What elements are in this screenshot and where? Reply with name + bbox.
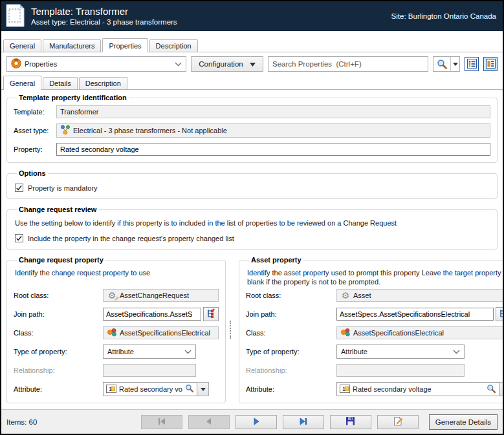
column-splitter[interactable] [230,321,232,339]
property-input[interactable] [56,143,490,156]
cr-class-field[interactable]: AssetSpecificationsElectrical [103,326,219,339]
first-record-button[interactable] [141,415,182,429]
list-view-button[interactable] [465,57,479,71]
class-balls-icon [340,328,351,338]
edit-notes-icon [393,416,403,428]
change-request-property-title: Change request property [17,256,105,264]
cr-type-value: Attribute [107,348,134,355]
cr-attribute-field[interactable]: 1 Rated secondary vol [103,382,197,396]
ap-type-select[interactable]: Attribute [336,345,465,359]
window-title: Template: Transformer [31,5,177,17]
search-dropdown-arrow-icon[interactable] [450,57,459,71]
change-request-review-title: Change request review [17,206,98,213]
asset-type-field[interactable]: Electrical - 3 phase transformers - Not … [56,123,490,138]
ap-join-path-label: Join path: [246,310,336,318]
configuration-button[interactable]: Configuration [191,56,263,72]
subtab-description[interactable]: Description [79,77,127,89]
card-view-button[interactable] [483,57,498,71]
cr-join-path-button[interactable] [203,307,219,321]
ap-attribute-field[interactable]: 1 Rated secondary voltage [336,382,499,396]
template-document-icon [5,4,25,28]
cr-join-path-label: Join path: [14,310,103,318]
change-request-property-description: Identify the change request property to … [15,268,219,289]
footer-bar: Items: 60 [1,409,503,434]
ap-relationship-label: Relationship: [246,366,336,374]
ap-join-path-button[interactable] [496,307,503,321]
property-columns: Change request property Identify the cha… [6,256,498,403]
tab-description[interactable]: Description [149,39,198,52]
configuration-label: Configuration [199,60,243,68]
ap-root-class-label: Root class: [246,292,336,299]
join-path-tree-icon [206,308,215,320]
ap-root-class-field[interactable]: ⚙ Asset [336,289,503,302]
edit-notes-button[interactable] [377,415,419,429]
ap-attribute-dropdown-button[interactable] [499,382,503,396]
previous-record-icon [204,417,214,427]
template-value: Transformer [60,108,99,116]
save-button[interactable] [330,415,371,429]
mandatory-checkbox[interactable] [15,184,23,192]
include-property-checkbox[interactable] [15,234,23,242]
generate-details-button[interactable]: Generate Details [429,414,498,430]
cr-join-path-input[interactable] [103,308,201,321]
search-input[interactable] [268,56,428,72]
cr-class-value: AssetSpecificationsElectrical [120,329,210,337]
asset-type-label: Asset type: [14,127,56,134]
tab-properties[interactable]: Properties [102,38,148,52]
cr-class-label: Class: [14,329,103,337]
chevron-down-icon [184,348,192,355]
cr-attribute-value: Rated secondary vol [119,385,182,393]
ap-root-class-value: Asset [353,292,371,299]
card-view-icon [486,59,496,70]
subtab-general[interactable]: General [3,76,41,90]
cr-root-class-field[interactable]: ⚙✎ AssetChangeRequest [103,289,219,302]
join-path-tree-icon [499,308,503,320]
next-record-button[interactable] [236,415,277,429]
cr-attribute-label: Attribute: [14,385,103,393]
asset-type-value: Electrical - 3 phase transformers - Not … [73,127,227,134]
last-record-button[interactable] [283,415,324,429]
cr-attribute-dropdown-button[interactable] [197,382,209,396]
main-tabstrip: General Manufacturers Properties Descrip… [1,38,503,52]
cr-root-class-value: AssetChangeRequest [120,292,189,299]
change-request-review-description: Use the setting below to identify if thi… [15,218,490,228]
cr-root-class-label: Root class: [14,292,103,299]
asset-property-description: Identify the asset property used to prom… [247,268,503,289]
ap-join-path-input[interactable] [336,308,494,321]
cr-type-label: Type of property: [14,348,103,355]
content-panel: Template property identification Templat… [1,90,503,409]
search-split-button[interactable] [433,56,460,72]
template-field[interactable]: Transformer [56,105,490,118]
properties-ring-icon [11,58,21,70]
items-count: Items: 60 [6,418,141,426]
class-balls-icon [107,328,117,338]
titlebar-gap [1,31,503,38]
attribute-1e-icon: 1 [106,385,116,394]
first-record-icon [157,417,167,427]
next-record-icon [251,417,261,427]
asset-type-tree-icon [60,125,71,136]
save-icon [345,416,355,427]
view-selector-combobox[interactable]: Properties [6,56,186,72]
sub-tabstrip: General Details Description [1,76,503,90]
attribute-1e-icon: 1 [340,385,350,394]
mandatory-checkbox-label: Property is mandatory [28,184,98,192]
identification-groupbox: Template property identification Templat… [6,94,498,163]
change-request-property-groupbox: Change request property Identify the cha… [6,256,226,403]
change-request-review-groupbox: Change request review Use the setting be… [6,206,498,249]
record-navigation [141,415,419,429]
list-view-icon [467,59,477,70]
tab-manufacturers[interactable]: Manufacturers [43,39,101,52]
tab-general[interactable]: General [3,39,41,52]
template-label: Template: [14,108,56,116]
asset-property-title: Asset property [249,256,303,264]
subtab-details[interactable]: Details [43,77,78,89]
previous-record-button[interactable] [188,415,230,429]
ap-class-field[interactable]: AssetSpecificationsElectrical [336,326,503,339]
chevron-down-icon [175,60,182,68]
ap-class-value: AssetSpecificationsElectrical [353,329,444,337]
cr-relationship-field [103,364,196,377]
property-label: Property: [14,145,56,153]
ap-type-value: Attribute [341,348,367,355]
cr-type-select[interactable]: Attribute [103,345,196,359]
